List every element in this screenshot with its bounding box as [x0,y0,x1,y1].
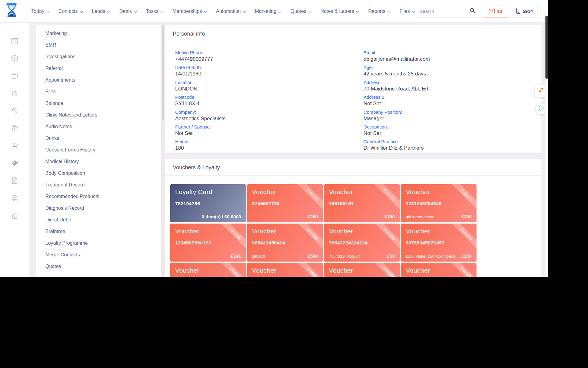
shopping-bag-icon[interactable] [11,89,19,97]
sidebar-item[interactable]: Investigations [36,51,161,63]
voucher-grid: Loyalty Card 782194786 0 item(s) / £0.00… [165,176,541,277]
loyalty-card-balance: 0 item(s) / £0.0000 [202,214,241,219]
field-label: Address 2: [364,94,541,100]
sidebar-item[interactable]: Direct Debit [36,214,161,226]
mail-count: 13 [497,9,502,14]
sidebar-item[interactable]: Appointments [36,74,161,86]
voucher-amount: £100 [385,214,395,219]
nav-item[interactable]: Automation [216,9,246,14]
chevron-down-icon [80,9,83,14]
nav-item[interactable]: Deals [119,9,137,14]
nav-item[interactable]: Notes & Letters [320,9,359,14]
sidebar-item[interactable]: Medical History [36,156,161,167]
svg-text:12: 12 [13,41,16,44]
voucher-tile[interactable]: Available Voucher 98765345876457 £100 va… [401,224,477,262]
voucher-note: gift for my friend [406,215,434,219]
nav-item-label: Quotes [290,9,306,14]
field-value: 70 Maidstone Road, Abl, Ert [364,86,541,92]
mail-badge[interactable]: 13 [483,5,508,18]
global-search [415,5,479,18]
voucher-title: Voucher [252,188,318,196]
sidebar-item[interactable]: Drinks [36,132,161,144]
nav-item[interactable]: Contacts [58,9,83,14]
account-icon[interactable] [11,194,19,202]
cart-icon[interactable] [11,142,19,150]
voucher-tile[interactable]: Available Voucher [324,263,400,277]
chevron-down-icon [356,9,359,14]
field-value: abigailjones@mailinator.com [364,56,541,62]
nav-item[interactable]: Memberships [172,9,207,14]
calendar-icon[interactable]: 12 [11,37,19,45]
sidebar-scrollbar-thumb[interactable] [162,25,164,120]
voucher-amount: £100 [462,253,472,259]
loyalty-card-title: Loyalty Card [175,188,241,196]
field-label: Partner / Spouse: [175,124,353,130]
sidebar-item[interactable]: Body Composition [36,167,161,179]
sidebar-item[interactable]: Clinic Notes and Letters [36,109,161,121]
sidebar-item[interactable]: Files [36,86,161,98]
chevron-down-icon [387,9,390,14]
field-label: Postcode: [175,94,353,100]
search-button[interactable] [466,5,479,17]
voucher-tile[interactable]: Available Voucher 1234567890123 £141 [170,224,246,262]
nav-item[interactable]: Leads [92,9,111,14]
page-scrollbar-thumb[interactable] [545,16,548,79]
sidebar-item[interactable]: Marketing [36,28,161,39]
nav-item[interactable]: Tasks [146,9,164,14]
voucher-tile[interactable]: Available Voucher 76543234324234 7654323… [324,224,400,262]
voucher-tile[interactable]: Available Voucher 1231243254345 gift for… [401,184,477,222]
voucher-tile[interactable]: Available Voucher 8745687786 £250 [247,184,323,222]
chevron-down-icon [204,9,207,14]
nav-item-label: Contacts [58,9,78,14]
cube-icon[interactable] [11,54,19,62]
copy-icon[interactable] [11,72,19,80]
app-logo[interactable] [6,3,18,20]
sidebar-item[interactable]: Audio Notes [36,121,161,132]
info-field: Company: Aesthetics Specialists [175,109,353,122]
sidebar-item[interactable]: Treatment Record [36,179,161,191]
field-value: Not Set [364,130,541,136]
voucher-footer: £100 value (£50+£50 bonus) £100 [406,253,472,259]
voucher-tile[interactable]: Available Voucher [247,263,323,277]
info-field: Mobile Phone: +447490009777 [175,50,353,62]
voucher-tile[interactable]: Available Voucher [401,263,477,277]
vouchers-loyalty-card: Vouchers & Loyalty Loyalty Card 78219478… [165,159,541,277]
voucher-tile[interactable]: Available Voucher 165165161 £100 [324,184,400,222]
voucher-title: Voucher [252,267,318,274]
field-label: General Practice: [364,139,541,144]
info-field: Email: abigailjones@mailinator.com [364,50,541,62]
voucher-tile[interactable]: Available Voucher [170,263,246,277]
sidebar-item[interactable]: Diagnosis Record [36,202,161,214]
lock-icon[interactable] [11,212,19,220]
history-icon[interactable] [11,107,19,115]
sidebar-item[interactable]: Recommended Products [36,191,161,202]
voucher-number: 1234567890123 [175,240,241,246]
sidebar-item[interactable]: Consent Forms History [36,144,161,156]
report-icon[interactable] [11,177,19,185]
sidebar-item[interactable]: Balance [36,98,161,109]
sidebar-item[interactable]: Quotes [36,261,161,272]
sidebar-item[interactable]: EMR [36,39,161,51]
sidebar-item[interactable]: Braintree [36,226,161,237]
price-tag-icon[interactable]: $ [11,159,19,167]
loyalty-card-tile[interactable]: Loyalty Card 782194786 0 item(s) / £0.00… [170,184,246,222]
info-field: Height: 180 [175,139,353,151]
voucher-title: Voucher [175,228,241,235]
nav-item[interactable]: Marketing [255,9,281,14]
gift-icon[interactable] [11,124,19,132]
phone-count: 5914 [522,9,533,14]
nav-item[interactable]: Quotes [290,9,311,14]
nav-item[interactable]: Today [31,9,50,14]
nav-item[interactable]: Reports [368,9,390,14]
voucher-title: Voucher [329,228,395,235]
voucher-note: 76543234324234 [329,254,360,259]
sidebar-item[interactable]: Referral [36,63,161,74]
search-icon [469,8,475,15]
sidebar-item[interactable]: Loyalty Programme [36,237,161,249]
search-input[interactable] [415,9,466,14]
voucher-tile[interactable]: Available Voucher 865423456424 giftcard … [247,224,323,262]
nav-item[interactable]: Files [399,9,415,14]
phone-badge[interactable]: 5914 [512,5,537,18]
sidebar-item[interactable]: Merge Contacts [36,249,161,261]
field-label: Occupation: [364,124,541,130]
